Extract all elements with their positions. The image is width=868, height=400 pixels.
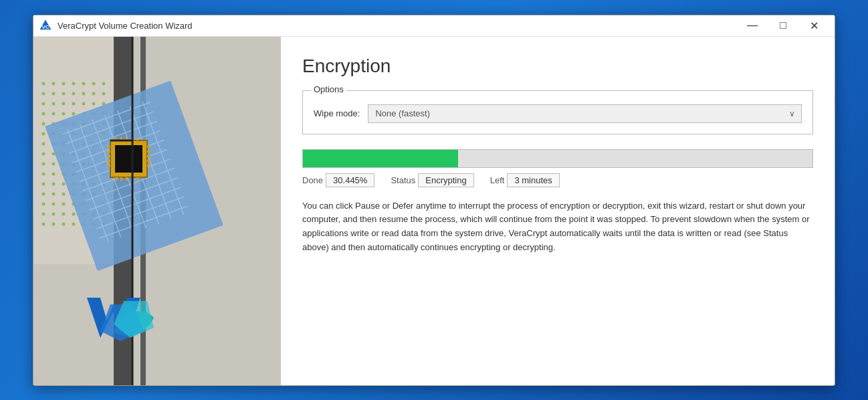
svg-rect-139 [147, 151, 150, 153]
svg-point-7 [52, 82, 56, 85]
svg-point-63 [52, 162, 56, 165]
svg-point-55 [42, 152, 45, 155]
svg-rect-134 [107, 151, 110, 153]
wipe-mode-label: Wipe mode: [314, 108, 360, 118]
svg-point-20 [42, 102, 45, 105]
svg-point-62 [42, 162, 45, 165]
stat-spacer-1 [374, 175, 391, 185]
wipe-mode-row: Wipe mode: None (fastest) 1-pass (random… [314, 104, 802, 123]
svg-point-25 [92, 102, 96, 105]
svg-point-6 [42, 82, 45, 85]
svg-point-83 [42, 192, 45, 195]
svg-rect-136 [107, 160, 110, 162]
svg-point-41 [42, 132, 45, 135]
maximize-button[interactable]: □ [768, 15, 798, 36]
svg-point-76 [42, 182, 45, 185]
main-window: VC VeraCrypt Volume Creation Wizard — □ … [33, 15, 835, 386]
svg-point-34 [42, 122, 45, 125]
stat-spacer-2 [474, 175, 490, 185]
minimize-button[interactable]: — [737, 15, 768, 36]
options-group: Options Wipe mode: None (fastest) 1-pass… [302, 90, 813, 134]
svg-point-8 [62, 82, 66, 85]
svg-point-106 [62, 222, 66, 225]
progress-section: Done 30.445% Status Encrypting Left 3 mi… [302, 149, 813, 187]
svg-point-11 [92, 82, 96, 85]
svg-point-105 [52, 222, 56, 225]
svg-point-12 [102, 82, 106, 85]
content-area: Encryption Options Wipe mode: None (fast… [33, 37, 835, 385]
svg-point-18 [92, 92, 96, 95]
svg-rect-148 [115, 177, 117, 181]
svg-point-24 [82, 102, 86, 105]
svg-rect-135 [107, 155, 110, 157]
svg-point-85 [62, 192, 66, 195]
svg-point-99 [62, 212, 66, 215]
status-label: Status [391, 175, 415, 185]
svg-point-78 [62, 182, 66, 185]
svg-point-48 [42, 142, 45, 145]
svg-rect-140 [147, 155, 150, 157]
svg-point-107 [72, 222, 76, 225]
svg-point-16 [72, 92, 76, 95]
options-legend: Options [311, 84, 346, 94]
svg-point-77 [52, 182, 56, 185]
description-text: You can click Pause or Defer anytime to … [302, 199, 813, 255]
svg-rect-133 [107, 146, 110, 148]
svg-point-13 [42, 92, 45, 95]
svg-point-15 [62, 92, 66, 95]
svg-point-104 [42, 222, 45, 225]
svg-point-17 [82, 92, 86, 95]
window-title: VeraCrypt Volume Creation Wizard [58, 21, 737, 31]
left-panel [33, 37, 281, 385]
svg-point-30 [72, 112, 76, 115]
svg-rect-137 [107, 165, 110, 167]
svg-rect-147 [136, 137, 138, 140]
svg-point-21 [52, 102, 56, 105]
svg-point-70 [52, 172, 56, 175]
wipe-mode-select[interactable]: None (fastest) 1-pass (random) 3-pass (D… [368, 104, 802, 123]
svg-point-23 [72, 102, 76, 105]
svg-point-100 [72, 212, 76, 215]
right-panel: Encryption Options Wipe mode: None (fast… [281, 37, 835, 385]
progress-bar-container [302, 149, 813, 168]
left-label: Left [490, 175, 505, 185]
status-value: Encrypting [418, 173, 473, 187]
svg-rect-152 [136, 177, 138, 181]
svg-point-19 [102, 92, 106, 95]
svg-point-92 [62, 202, 66, 205]
svg-point-22 [62, 102, 66, 105]
window-controls: — □ ✕ [737, 15, 829, 36]
svg-rect-141 [147, 160, 150, 162]
svg-point-97 [42, 212, 45, 215]
svg-point-14 [52, 92, 56, 95]
done-label: Done [302, 175, 323, 185]
svg-point-69 [42, 172, 45, 175]
svg-point-9 [72, 82, 76, 85]
wipe-mode-select-wrapper[interactable]: None (fastest) 1-pass (random) 3-pass (D… [368, 104, 802, 123]
svg-rect-138 [147, 146, 150, 148]
progress-stats: Done 30.445% Status Encrypting Left 3 mi… [302, 173, 813, 187]
svg-point-98 [52, 212, 56, 215]
svg-text:VC: VC [41, 24, 49, 30]
svg-point-91 [52, 202, 56, 205]
svg-rect-132 [115, 145, 142, 173]
done-value: 30.445% [326, 173, 374, 187]
svg-point-28 [52, 112, 56, 115]
svg-point-10 [82, 82, 86, 85]
svg-point-29 [62, 112, 66, 115]
progress-bar-fill [303, 150, 458, 167]
svg-point-90 [42, 202, 45, 205]
close-button[interactable]: ✕ [798, 15, 829, 36]
left-value: 3 minutes [507, 173, 559, 187]
svg-point-27 [42, 112, 45, 115]
svg-point-84 [52, 192, 56, 195]
app-icon: VC [39, 19, 52, 32]
svg-rect-150 [126, 177, 128, 181]
title-bar: VC VeraCrypt Volume Creation Wizard — □ … [33, 15, 835, 37]
svg-rect-142 [147, 165, 150, 167]
page-title: Encryption [302, 56, 813, 77]
svg-rect-149 [120, 177, 122, 181]
